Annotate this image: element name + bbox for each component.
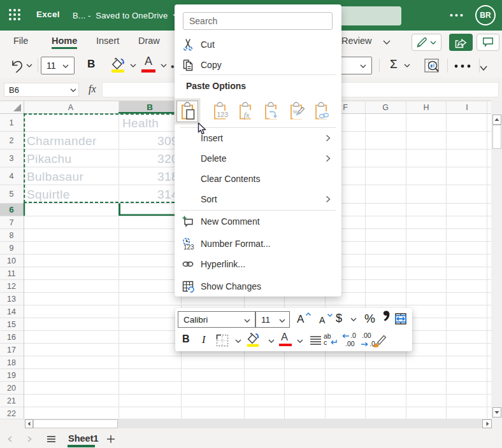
svg-text:Health: Health: [122, 116, 159, 130]
svg-text:16: 16: [7, 333, 16, 342]
svg-text:11: 11: [8, 269, 16, 278]
svg-text:Squirtle: Squirtle: [27, 188, 70, 201]
svg-text:12: 12: [7, 282, 16, 291]
svg-text:14: 14: [7, 307, 16, 316]
svg-text:3: 3: [10, 154, 14, 163]
svg-text:10: 10: [7, 256, 16, 265]
svg-text:2: 2: [10, 136, 14, 145]
svg-text:17: 17: [7, 346, 16, 354]
svg-text:20: 20: [7, 384, 16, 393]
svg-text:Pikachu: Pikachu: [27, 152, 71, 165]
svg-text:21: 21: [7, 396, 16, 405]
svg-text:6: 6: [9, 205, 14, 214]
svg-text:B: B: [147, 102, 153, 112]
svg-text:22: 22: [7, 409, 16, 418]
svg-text:G: G: [382, 103, 389, 112]
svg-text:123: 123: [183, 244, 194, 250]
svg-text:H: H: [423, 103, 429, 112]
svg-text:5: 5: [10, 190, 14, 199]
svg-text:Bulbasaur: Bulbasaur: [27, 170, 83, 183]
svg-text:9: 9: [10, 244, 14, 253]
svg-text:123: 123: [217, 111, 229, 118]
svg-text:4: 4: [10, 172, 14, 181]
svg-text:18: 18: [7, 358, 16, 367]
svg-text:7: 7: [10, 218, 14, 227]
svg-text:1: 1: [10, 118, 14, 127]
svg-text:F: F: [343, 103, 348, 112]
svg-text:13: 13: [7, 295, 16, 304]
svg-text:15: 15: [7, 320, 16, 329]
svg-text:fx: fx: [244, 110, 250, 120]
svg-text:I: I: [466, 103, 468, 112]
svg-text:8: 8: [10, 231, 14, 240]
svg-text:A: A: [68, 103, 74, 112]
svg-text:19: 19: [7, 371, 16, 380]
svg-text:Charmander: Charmander: [27, 134, 97, 148]
